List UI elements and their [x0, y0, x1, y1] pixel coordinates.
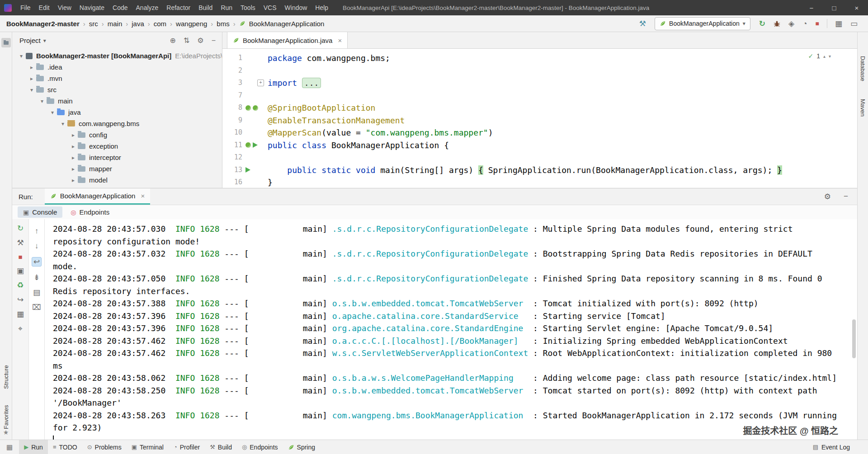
- print-button[interactable]: ▤: [33, 289, 40, 296]
- menu-file[interactable]: File: [16, 0, 35, 15]
- locate-icon[interactable]: ⊕: [170, 37, 176, 44]
- code-text[interactable]: public static void main(String[] args) {…: [268, 164, 782, 177]
- minimize-button[interactable]: −: [800, 0, 823, 15]
- tree-item[interactable]: ▾BookManager2-master [BookManagerApi]E:\…: [12, 50, 222, 61]
- close-button[interactable]: ×: [845, 0, 868, 15]
- menu-help[interactable]: Help: [311, 0, 332, 15]
- tab-console[interactable]: ▣ Console: [18, 206, 62, 218]
- tree-item[interactable]: ▾src: [12, 84, 222, 95]
- run-gutter-icon[interactable]: [253, 142, 258, 148]
- tree-chevron-icon[interactable]: ▸: [69, 132, 78, 138]
- spring-bean-icon[interactable]: [253, 105, 258, 111]
- log-caret-line[interactable]: [53, 434, 838, 440]
- chevron-down-icon[interactable]: ▾: [829, 54, 831, 59]
- close-icon[interactable]: ×: [338, 37, 342, 44]
- breadcrumb-item[interactable]: main: [108, 20, 123, 28]
- statusbar-endpoints[interactable]: ◎Endpoints: [237, 440, 283, 454]
- tree-chevron-icon[interactable]: ▾: [38, 98, 47, 104]
- tree-chevron-icon[interactable]: ▸: [69, 166, 78, 172]
- exit-button[interactable]: ↪: [17, 296, 24, 304]
- code-text[interactable]: }: [268, 176, 273, 188]
- statusbar-run[interactable]: ▶Run: [19, 440, 48, 454]
- menu-window[interactable]: Window: [281, 0, 311, 15]
- run-gutter-icon[interactable]: [245, 167, 250, 173]
- tree-item[interactable]: ▸exception: [12, 140, 222, 152]
- chevron-up-icon[interactable]: ▴: [823, 54, 826, 59]
- tree-chevron-icon[interactable]: ▾: [17, 53, 26, 59]
- menu-vcs[interactable]: VCS: [259, 0, 281, 15]
- tree-item[interactable]: ▾main: [12, 95, 222, 107]
- breadcrumb-item[interactable]: com: [154, 20, 166, 28]
- stop-button[interactable]: ■: [18, 253, 22, 260]
- inspections-widget[interactable]: ✓ 1 ▴ ▾: [808, 52, 831, 60]
- menu-analyze[interactable]: Analyze: [132, 0, 163, 15]
- tree-chevron-icon[interactable]: ▾: [58, 121, 67, 127]
- down-button[interactable]: ↓: [35, 242, 39, 250]
- run-config-selector[interactable]: BookManagerApplication ▾: [655, 17, 750, 30]
- fold-icon[interactable]: +: [257, 80, 264, 86]
- soft-wrap-button[interactable]: ↩: [32, 257, 42, 267]
- tool-button-project[interactable]: [1, 38, 11, 47]
- tree-item[interactable]: ▸.idea: [12, 61, 222, 73]
- hide-panel-icon[interactable]: −: [212, 37, 216, 44]
- tool-button-maven[interactable]: Maven: [858, 94, 868, 122]
- menu-run[interactable]: Run: [217, 0, 236, 15]
- coverage-icon[interactable]: ◈: [788, 20, 794, 28]
- spring-bean-icon[interactable]: [245, 142, 251, 148]
- collapse-all-icon[interactable]: ⇅: [184, 37, 189, 44]
- code-text[interactable]: import ...: [268, 77, 321, 89]
- breadcrumb-item[interactable]: java: [132, 20, 144, 28]
- menu-code[interactable]: Code: [108, 0, 132, 15]
- rerun-button[interactable]: ↻: [759, 20, 765, 28]
- menu-navigate[interactable]: Navigate: [75, 0, 108, 15]
- tool-button-database[interactable]: Database: [858, 47, 868, 90]
- tree-item[interactable]: ▸interceptor: [12, 152, 222, 163]
- menu-view[interactable]: View: [54, 0, 75, 15]
- tree-chevron-icon[interactable]: ▸: [69, 154, 78, 161]
- tree-chevron-icon[interactable]: ▸: [69, 143, 78, 150]
- tree-item[interactable]: ▸config: [12, 129, 222, 140]
- menu-refactor[interactable]: Refactor: [162, 0, 194, 15]
- breadcrumb-item[interactable]: wangpeng: [176, 20, 207, 28]
- project-panel-title[interactable]: Project: [19, 37, 41, 44]
- debug-icon[interactable]: [774, 20, 780, 27]
- grid-icon[interactable]: ▦: [6, 443, 13, 451]
- grid-icon[interactable]: ▦: [835, 20, 842, 28]
- tree-chevron-icon[interactable]: ▾: [27, 87, 36, 93]
- scrollbar[interactable]: [852, 319, 856, 358]
- statusbar-spring[interactable]: Spring: [283, 440, 320, 454]
- menu-edit[interactable]: Edit: [35, 0, 54, 15]
- camera-button[interactable]: ▣: [17, 267, 24, 275]
- tree-chevron-icon[interactable]: ▾: [48, 109, 57, 116]
- screen-icon[interactable]: ▭: [850, 20, 858, 28]
- code-text[interactable]: package com.wangpeng.bms;: [268, 52, 390, 65]
- statusbar-build[interactable]: ⚒Build: [205, 440, 237, 454]
- tree-chevron-icon[interactable]: ▸: [69, 177, 78, 183]
- profiler-icon[interactable]: ◔: [802, 20, 807, 28]
- stop-button[interactable]: ■: [815, 20, 819, 27]
- statusbar-profiler[interactable]: ◔Profiler: [169, 440, 205, 454]
- menu-tools[interactable]: Tools: [236, 0, 259, 15]
- wrench-button[interactable]: ⚒: [17, 239, 24, 247]
- tree-item[interactable]: ▾com.wangpeng.bms: [12, 118, 222, 129]
- pin-button[interactable]: ⌖: [18, 325, 23, 332]
- editor-tab[interactable]: BookManagerApplication.java ×: [227, 32, 348, 48]
- close-icon[interactable]: ×: [141, 192, 145, 200]
- hide-panel-icon[interactable]: −: [844, 192, 848, 201]
- up-button[interactable]: ↑: [35, 227, 39, 235]
- statusbar-todo[interactable]: ≡TODO: [48, 440, 82, 454]
- tree-item[interactable]: ▸model: [12, 174, 222, 186]
- clear-button[interactable]: ⌧: [32, 304, 41, 311]
- layout-button[interactable]: ▦: [17, 310, 24, 318]
- tab-endpoints[interactable]: ◎ Endpoints: [65, 206, 115, 218]
- breadcrumb-item[interactable]: BookManagerApplication: [249, 20, 325, 28]
- gc-button[interactable]: ♻: [17, 281, 24, 289]
- spring-bean-icon[interactable]: [245, 105, 251, 111]
- rerun-button[interactable]: ↻: [17, 225, 24, 232]
- tool-button-structure[interactable]: Structure: [0, 358, 12, 396]
- statusbar-terminal[interactable]: ▣Terminal: [127, 440, 169, 454]
- console-output[interactable]: 2024-08-28 20:43:57.030 INFO 1628 --- [ …: [45, 219, 857, 440]
- tree-chevron-icon[interactable]: ▸: [27, 64, 36, 70]
- maximize-button[interactable]: □: [823, 0, 845, 15]
- event-log-button[interactable]: ▤ Event Log: [813, 444, 850, 451]
